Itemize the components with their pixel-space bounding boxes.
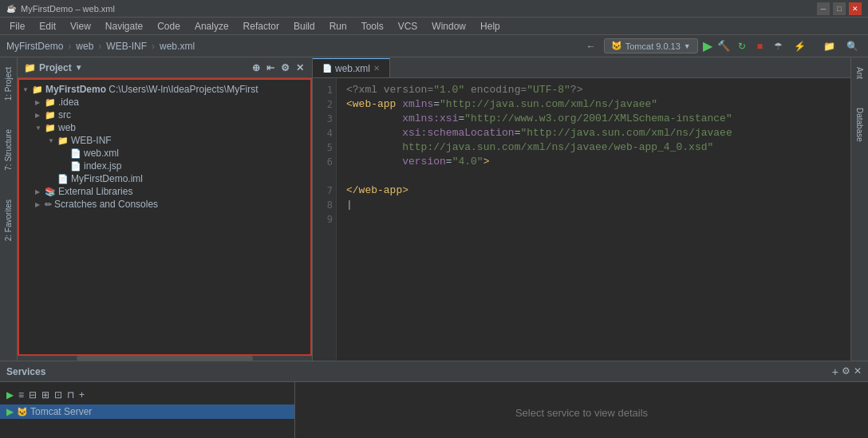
- src-label: src: [58, 109, 71, 120]
- menu-file[interactable]: File: [3, 19, 31, 34]
- project-panel: 📁 Project ▼ ⊕ ⇤ ⚙ ✕ ▼ 📁 MyFirstDemo C:\U…: [18, 57, 313, 361]
- sidebar-tab-database[interactable]: Database: [853, 101, 866, 148]
- breadcrumb-project[interactable]: MyFirstDemo: [6, 41, 63, 52]
- services-toolbar: ▶ ≡ ⊟ ⊞ ⊡ ⊓ +: [0, 385, 294, 404]
- back-button[interactable]: ←: [583, 39, 599, 53]
- idea-label: .idea: [58, 97, 79, 108]
- search-everywhere[interactable]: 🔍: [843, 39, 862, 53]
- minimize-button[interactable]: ─: [817, 2, 830, 15]
- indexjsp-label: index.jsp: [84, 160, 121, 172]
- breadcrumb-webxml[interactable]: web.xml: [160, 41, 195, 52]
- extlibs-icon: 📚: [45, 187, 56, 197]
- tree-item-webinf[interactable]: ▼ 📁 WEB-INF: [19, 134, 310, 147]
- expand-src-icon: ▶: [35, 112, 45, 119]
- folder-icon: 📁: [24, 62, 36, 73]
- webxml-label: web.xml: [84, 148, 119, 159]
- webxml-file-icon: 📄: [70, 148, 81, 159]
- tab-close-button[interactable]: ✕: [373, 64, 380, 73]
- menu-code[interactable]: Code: [151, 19, 187, 34]
- idea-folder-icon: 📁: [45, 97, 56, 108]
- editor-area: 📄 web.xml ✕ 1 2 3 4 5 6 7 8 9 <?xml vers…: [313, 57, 850, 361]
- add-content-root-button[interactable]: ⊕: [251, 61, 262, 75]
- sidebar-tab-project[interactable]: 1: Project: [2, 61, 15, 107]
- code-editor[interactable]: <?xml version="1.0" encoding="UTF-8"?> <…: [337, 78, 850, 361]
- tree-item-root[interactable]: ▼ 📁 MyFirstDemo C:\Users\W-ln\IdeaProjec…: [19, 83, 310, 96]
- nav-bar: MyFirstDemo › web › WEB-INF › web.xml ← …: [0, 35, 868, 57]
- services-add-button[interactable]: +: [832, 365, 838, 378]
- sidebar-tab-ant[interactable]: Ant: [853, 61, 866, 85]
- srv-list-btn[interactable]: ≡: [18, 389, 24, 401]
- breadcrumb-web[interactable]: web: [76, 41, 93, 52]
- close-button[interactable]: ✕: [849, 2, 862, 15]
- srv-search-btn[interactable]: ⊓: [67, 389, 74, 401]
- menu-bar: File Edit View Navigate Code Analyze Ref…: [0, 18, 868, 35]
- tomcat-dropdown-icon: ▼: [684, 42, 691, 50]
- main-area: 1: Project 7: Structure 2: Favorites 📁 P…: [0, 57, 868, 361]
- srv-split-btn[interactable]: ⊟: [29, 389, 37, 401]
- menu-analyze[interactable]: Analyze: [188, 19, 235, 34]
- sidebar-tab-favorites[interactable]: 2: Favorites: [2, 193, 15, 247]
- maximize-button[interactable]: □: [833, 2, 846, 15]
- code-line-cursor: [346, 198, 841, 212]
- menu-edit[interactable]: Edit: [33, 19, 62, 34]
- expand-extlibs-icon: ▶: [35, 188, 45, 195]
- profile-button[interactable]: ⚡: [791, 39, 809, 53]
- tree-item-scratches[interactable]: ▶ ✏ Scratches and Consoles: [19, 198, 310, 211]
- srv-run-btn[interactable]: ▶: [6, 389, 14, 401]
- tree-item-web[interactable]: ▼ 📁 web: [19, 121, 310, 134]
- tree-item-extlibs[interactable]: ▶ 📚 External Libraries: [19, 185, 310, 198]
- build-button[interactable]: 🔨: [717, 40, 730, 52]
- scratches-icon: ✏: [45, 199, 52, 210]
- editor-tab-webxml[interactable]: 📄 web.xml ✕: [313, 58, 390, 77]
- expand-webinf-icon: ▼: [48, 137, 57, 144]
- scratches-label: Scratches and Consoles: [54, 199, 158, 210]
- srv-group-btn[interactable]: ⊞: [41, 389, 49, 401]
- root-folder-icon: 📁: [32, 85, 43, 95]
- srv-filter-btn[interactable]: ⊡: [54, 389, 62, 401]
- tree-item-idea[interactable]: ▶ 📁 .idea: [19, 96, 310, 109]
- menu-run[interactable]: Run: [323, 19, 353, 34]
- tab-label: web.xml: [335, 63, 370, 74]
- code-line-6: version="4.0">: [346, 155, 841, 169]
- menu-navigate[interactable]: Navigate: [99, 19, 149, 34]
- collapse-all-button[interactable]: ⇤: [265, 61, 276, 75]
- web-folder-icon: 📁: [45, 123, 56, 133]
- sidebar-tab-structure[interactable]: 7: Structure: [2, 123, 15, 177]
- tomcat-selector[interactable]: 🐱 Tomcat 9.0.13 ▼: [604, 38, 698, 53]
- update-button[interactable]: ↻: [735, 39, 749, 53]
- menu-view[interactable]: View: [64, 19, 97, 34]
- settings-button[interactable]: ⚙: [279, 61, 291, 75]
- breadcrumb-webinf[interactable]: WEB-INF: [106, 41, 147, 52]
- run-button[interactable]: ▶: [703, 38, 712, 53]
- code-line-2: <web-app xmlns="http://java.sun.com/xml/…: [346, 97, 841, 112]
- services-title: Services: [6, 366, 45, 377]
- stop-button[interactable]: ■: [754, 39, 766, 53]
- srv-add-btn[interactable]: +: [79, 389, 85, 401]
- menu-build[interactable]: Build: [287, 19, 322, 34]
- close-panel-button[interactable]: ✕: [294, 61, 306, 75]
- tomcat-srv-icon: 🐱: [17, 407, 28, 417]
- project-dropdown-icon[interactable]: ▼: [75, 63, 83, 72]
- tree-item-indexjsp[interactable]: 📄 index.jsp: [19, 160, 310, 172]
- menu-window[interactable]: Window: [425, 19, 472, 34]
- title-controls: ─ □ ✕: [817, 2, 862, 15]
- menu-vcs[interactable]: VCS: [392, 19, 424, 34]
- breadcrumb: MyFirstDemo › web › WEB-INF › web.xml: [6, 41, 195, 52]
- tree-item-iml[interactable]: 📄 MyFirstDemo.iml: [19, 172, 310, 185]
- open-settings[interactable]: 📁: [820, 39, 838, 53]
- tree-item-webxml[interactable]: 📄 web.xml: [19, 147, 310, 160]
- services-close-button[interactable]: ✕: [854, 365, 862, 378]
- project-scrollbar[interactable]: [18, 356, 312, 361]
- tomcat-label: Tomcat 9.0.13: [625, 41, 681, 51]
- coverage-button[interactable]: ☂: [771, 39, 786, 53]
- menu-tools[interactable]: Tools: [355, 19, 390, 34]
- menu-help[interactable]: Help: [474, 19, 507, 34]
- srv-item-tomcat[interactable]: ▶ 🐱 Tomcat Server: [0, 404, 294, 419]
- tree-item-src[interactable]: ▶ 📁 src: [19, 109, 310, 121]
- services-settings-button[interactable]: ⚙: [842, 365, 850, 378]
- services-header-tools: + ⚙ ✕: [832, 365, 862, 378]
- menu-refactor[interactable]: Refactor: [237, 19, 286, 34]
- indexjsp-file-icon: 📄: [70, 161, 81, 172]
- services-placeholder: Select service to view details: [515, 407, 648, 419]
- services-left-panel: ▶ ≡ ⊟ ⊞ ⊡ ⊓ + ▶ 🐱 Tomcat Server: [0, 382, 295, 438]
